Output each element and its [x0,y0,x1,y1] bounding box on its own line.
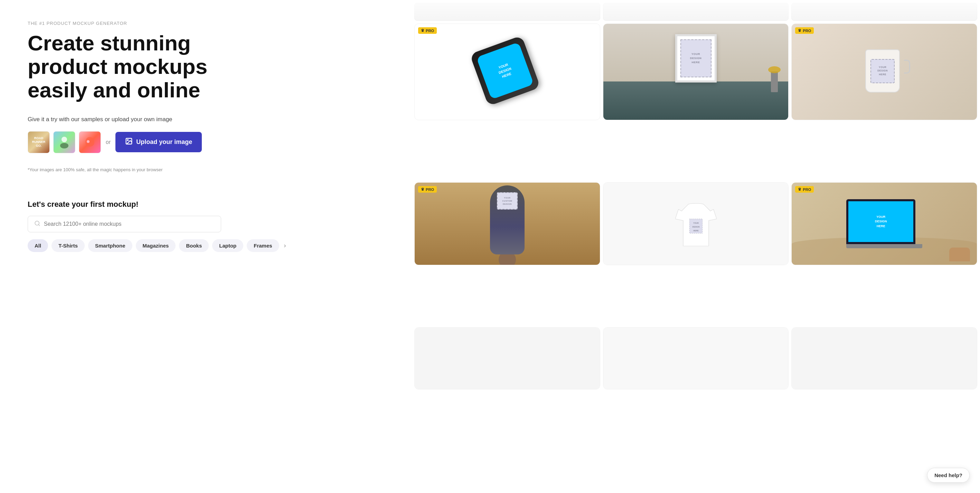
left-panel: THE #1 PRODUCT MOCKUP GENERATOR Create s… [0,0,412,493]
partial-card-2 [603,3,789,21]
hero-title: Create stunning product mockups easily a… [28,32,394,102]
sample-row: ROADRUNNERGO. or [28,131,394,153]
pro-badge-tshirt: ♛ PRO [418,186,437,193]
or-text: or [106,139,111,145]
mockup-grid: ♛ PRO YOURDESIGNHERE YOURDESIGNHE [412,21,980,493]
partial-card-1 [414,3,600,21]
mockup-tshirt-person[interactable]: ♛ PRO YOURCUSTOMDESIGN [414,182,600,265]
category-magazines[interactable]: Magazines [136,239,176,252]
room-frame: YOURDESIGNHERE [675,34,717,82]
laptop-visual: YOURDESIGNHERE [792,182,977,265]
svg-text:HERE: HERE [693,230,699,231]
category-frames[interactable]: Frames [247,239,279,252]
category-smartphone[interactable]: Smartphone [88,239,132,252]
tshirt-flat-visual: YOUR DESIGN HERE [603,182,789,265]
tshirt-person-visual: YOURCUSTOMDESIGN [415,182,600,265]
person-area: YOURCUSTOMDESIGN [490,185,525,265]
search-box[interactable] [28,216,221,232]
help-bubble[interactable]: Need help? [927,468,970,483]
mug-handle [904,60,910,73]
section-title: Let's create your first mockup! [28,200,394,209]
mockup-partial-1[interactable] [414,327,600,390]
phone-design-text: YOURDESIGNHERE [476,42,534,100]
mockup-tshirt-flat[interactable]: YOUR DESIGN HERE [603,182,789,265]
category-all[interactable]: All [28,239,48,252]
phone-visual: YOURDESIGNHERE [469,34,545,109]
sample-thumb-1[interactable]: ROADRUNNERGO. [28,131,50,153]
pro-badge-mug: ♛ PRO [795,27,814,34]
svg-text:DESIGN: DESIGN [692,226,699,228]
crown-icon-2: ♛ [798,28,801,33]
partial-bg-2 [603,328,789,389]
help-text: Need help? [934,472,963,478]
mockup-phone[interactable]: ♛ PRO YOURDESIGNHERE [414,24,600,120]
mug-container: YOURDESIGNHERE [865,49,903,94]
partial-card-3 [791,3,977,21]
chevron-right-icon[interactable]: › [284,242,286,249]
crown-icon-3: ♛ [421,187,424,192]
upload-icon [125,137,133,147]
svg-text:YOUR: YOUR [693,222,699,224]
sample-thumb-2[interactable] [53,131,75,153]
svg-point-1 [60,143,68,149]
partial-bg-1 [415,328,600,389]
mug-visual: YOURDESIGNHERE [792,24,977,120]
subtitle-text: Give it a try with our samples or upload… [28,116,394,123]
search-input[interactable] [44,221,215,227]
category-laptop[interactable]: Laptop [212,239,243,252]
mockup-laptop[interactable]: ♛ PRO YOURDESIGNHERE [791,182,977,265]
search-icon [34,220,40,228]
laptop-body: YOURDESIGNHERE [846,199,922,248]
hand-right [949,247,970,262]
pro-badge-phone: ♛ PRO [418,27,437,34]
top-row-partial [412,0,980,21]
mockup-partial-2[interactable] [603,327,789,390]
laptop-base [846,244,922,248]
tshirt-svg: YOUR DESIGN HERE [675,201,717,246]
mockup-mug[interactable]: ♛ PRO YOURDESIGNHERE [791,24,977,120]
tagline: THE #1 PRODUCT MOCKUP GENERATOR [28,21,394,26]
laptop-screen-outer: YOURDESIGNHERE [846,199,915,244]
category-tshirts[interactable]: T-Shirts [51,239,85,252]
sample-thumb-3[interactable] [79,131,101,153]
category-books[interactable]: Books [179,239,209,252]
right-panel: ♛ PRO YOURDESIGNHERE YOURDESIGNHE [412,0,980,493]
mug-body: YOURDESIGNHERE [865,49,900,92]
lamp [771,71,778,92]
svg-line-6 [38,224,40,225]
svg-point-4 [127,139,129,141]
partial-bg-3 [792,328,977,389]
svg-point-0 [62,137,67,142]
laptop-design-text: YOURDESIGNHERE [848,201,913,242]
upload-button-label: Upload your image [136,138,192,146]
category-tabs: All T-Shirts Smartphone Magazines Books … [28,239,394,252]
person-body: YOURCUSTOMDESIGN [490,185,525,254]
room-visual: YOURDESIGNHERE [603,24,789,120]
mockup-room[interactable]: YOURDESIGNHERE [603,24,789,120]
safe-note: *Your images are 100% safe, all the magi… [28,167,394,172]
svg-point-2 [87,140,89,143]
upload-button[interactable]: Upload your image [115,132,202,152]
pro-badge-laptop: ♛ PRO [795,186,814,193]
mockup-partial-3[interactable] [791,327,977,390]
crown-icon: ♛ [421,28,424,33]
crown-icon-4: ♛ [798,187,801,192]
